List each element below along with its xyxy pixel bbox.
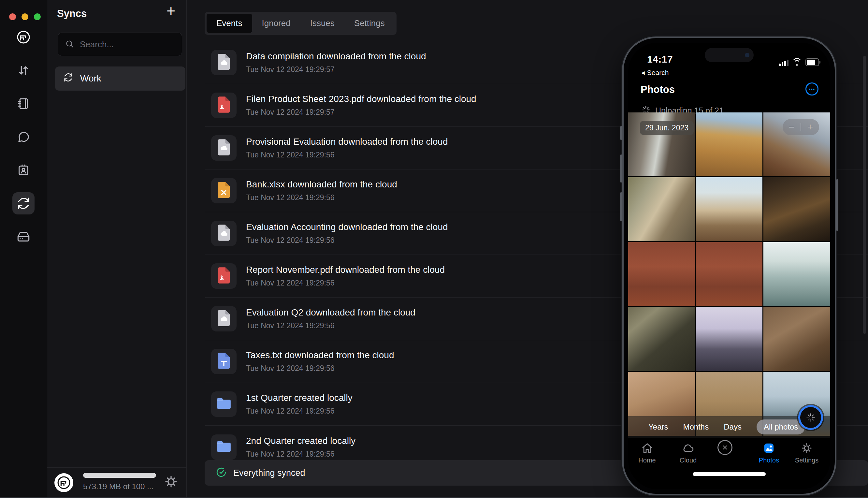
view-option-days[interactable]: Days [724, 422, 742, 432]
tab-settings[interactable]: Settings [795, 442, 818, 464]
sidebar-item-syncs[interactable] [12, 192, 35, 214]
tab-home[interactable]: Home [638, 442, 656, 464]
photo-thumbnail[interactable] [763, 177, 830, 241]
cloud-icon [680, 442, 697, 455]
home-icon [638, 442, 656, 455]
minimize-window-button[interactable] [22, 13, 28, 20]
tab-issues[interactable]: Issues [301, 14, 344, 33]
tab-cloud[interactable]: Cloud [680, 442, 697, 464]
left-rail [0, 0, 47, 498]
app-window: Syncs + Work [0, 0, 868, 498]
file-icon-tile [211, 50, 237, 75]
sidebar-item-transfers[interactable] [12, 59, 35, 81]
event-timestamp: Tue Nov 12 2024 19:29:56 [246, 450, 356, 459]
back-to-search-link[interactable]: ◀ Search [641, 69, 669, 77]
phone-clock: 14:17 [647, 54, 673, 65]
photo-grid [628, 113, 830, 436]
sidebar-item-filen-logo[interactable] [12, 26, 35, 48]
sidebar-item-contacts[interactable] [12, 159, 35, 181]
file-icon-tile [211, 135, 237, 161]
photo-thumbnail[interactable] [628, 307, 695, 371]
event-timestamp: Tue Nov 12 2024 19:29:56 [246, 279, 445, 287]
file-file-icon [217, 224, 231, 243]
storage-usage-text: 573.19 MB of 100 ... [83, 482, 153, 491]
hard-drive-icon [17, 230, 30, 243]
cancel-sync-button[interactable] [718, 440, 733, 457]
photo-thumbnail[interactable] [696, 113, 763, 176]
search-icon [65, 39, 74, 50]
file-icon-tile [211, 306, 237, 331]
file-icon-tile [211, 178, 237, 204]
event-timestamp: Tue Nov 12 2024 19:29:56 [246, 236, 448, 245]
event-timestamp: Tue Nov 12 2024 19:29:57 [246, 108, 476, 117]
search-box[interactable] [58, 32, 182, 56]
phone-action-button [620, 126, 622, 140]
sidebar-item-chats[interactable] [12, 126, 35, 148]
photo-thumbnail[interactable] [628, 242, 695, 306]
photos-more-button[interactable]: ••• [805, 82, 818, 95]
view-option-years[interactable]: Years [649, 422, 668, 432]
x-circle-icon [718, 440, 733, 455]
dynamic-island [705, 48, 753, 62]
phone-status-icons [779, 58, 819, 66]
event-title: 1st Quarter created locally [246, 393, 352, 403]
folder-file-icon [216, 440, 232, 454]
file-icon-tile [211, 263, 237, 289]
storage-progress-bar [83, 473, 156, 478]
pdf-file-icon [217, 96, 231, 114]
event-title: Provisional Evaluation downloaded from t… [246, 136, 448, 147]
photo-thumbnail[interactable] [763, 307, 830, 371]
folder-file-icon [216, 397, 232, 411]
gear-icon [795, 442, 818, 455]
sidebar-item-mounts[interactable] [12, 225, 35, 248]
tab-photos[interactable]: Photos [759, 442, 779, 464]
photo-thumbnail[interactable] [696, 307, 763, 371]
events-scrollbar[interactable] [863, 56, 866, 334]
xlsx-file-icon [217, 182, 231, 200]
event-title: Data compilation downloaded from the clo… [246, 51, 426, 62]
photo-thumbnail[interactable] [696, 177, 763, 241]
file-icon-tile [211, 349, 237, 374]
zoom-in-icon[interactable]: + [801, 121, 819, 133]
iphone-mockup: 14:17 ◀ Search Photos ••• [622, 37, 837, 495]
close-window-button[interactable] [9, 13, 16, 20]
zoom-out-icon[interactable]: − [783, 121, 801, 133]
phone-volume-up-button [620, 155, 622, 183]
sync-item-work[interactable]: Work [55, 66, 185, 91]
add-sync-button[interactable]: + [166, 3, 175, 18]
event-title: Report November.pdf downloaded from the … [246, 265, 445, 275]
photo-thumbnail[interactable] [763, 242, 830, 306]
event-title: Filen Product Sheet 2023.pdf downloaded … [246, 94, 476, 104]
event-title: Bank.xlsx downloaded from the cloud [246, 179, 397, 190]
events-tab-bar: EventsIgnoredIssuesSettings [205, 12, 397, 35]
photo-thumbnail[interactable] [696, 242, 763, 306]
view-option-months[interactable]: Months [683, 422, 709, 432]
sidebar-footer: 573.19 MB of 100 ... [47, 467, 186, 498]
view-option-all-photos[interactable]: All photos [757, 419, 805, 434]
grid-zoom-control[interactable]: − + [783, 119, 819, 135]
zoom-window-button[interactable] [34, 13, 41, 20]
file-icon-tile [211, 221, 237, 246]
tab-events[interactable]: Events [206, 14, 252, 33]
battery-icon [805, 58, 819, 66]
txt-file-icon [217, 352, 231, 370]
photo-date-label: 29 Jun. 2023 [640, 121, 694, 135]
phone-volume-down-button [620, 192, 622, 221]
wifi-icon [792, 57, 802, 66]
photo-thumbnail[interactable] [628, 177, 695, 241]
photo-sync-button[interactable] [798, 405, 823, 430]
settings-gear-icon[interactable] [164, 475, 178, 490]
event-title: 2nd Quarter created locally [246, 436, 356, 446]
file-file-icon [217, 310, 231, 328]
tab-settings[interactable]: Settings [344, 14, 395, 33]
front-camera [745, 53, 749, 57]
home-indicator[interactable] [693, 472, 766, 476]
sidebar-item-notes[interactable] [12, 93, 35, 115]
account-avatar[interactable] [54, 473, 73, 492]
sync-arrows-icon [17, 197, 30, 210]
syncs-sidebar: Syncs + Work [47, 0, 187, 498]
search-input[interactable] [79, 39, 190, 50]
sync-status-text: Everything synced [233, 468, 305, 478]
tab-ignored[interactable]: Ignored [252, 14, 301, 33]
transfers-arrows-icon [17, 64, 30, 77]
